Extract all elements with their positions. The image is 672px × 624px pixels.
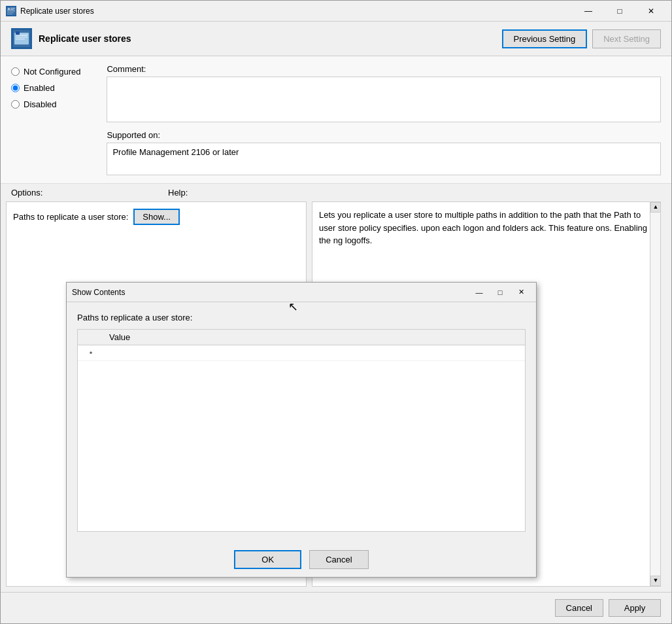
dialog-minimize-button[interactable]: — — [469, 284, 489, 301]
dialog-title: Show Contents — [72, 288, 469, 297]
supported-value: Profile Management 2106 or later — [107, 143, 661, 175]
title-bar: Replicate user stores — □ ✕ — [1, 1, 671, 22]
not-configured-option[interactable]: Not Configured — [11, 67, 80, 77]
dialog-close-button[interactable]: ✕ — [511, 284, 531, 301]
disabled-option[interactable]: Disabled — [11, 99, 80, 109]
scroll-up-arrow[interactable]: ▲ — [650, 202, 661, 213]
dialog-table-head: Value — [78, 330, 525, 345]
enabled-label: Enabled — [24, 83, 55, 93]
options-row: Paths to replicate a user store: Show... — [13, 209, 299, 225]
header-icon — [11, 28, 32, 49]
scroll-track[interactable] — [650, 213, 660, 576]
help-scrollbar[interactable]: ▲ ▼ — [650, 202, 660, 586]
header-row: Replicate user stores Previous Setting N… — [1, 22, 671, 56]
comment-label: Comment: — [107, 64, 661, 74]
row-number: • — [78, 345, 104, 361]
not-configured-radio[interactable] — [11, 67, 20, 76]
dialog-col-value: Value — [104, 330, 525, 345]
not-configured-label: Not Configured — [24, 67, 80, 77]
dialog-footer: OK Cancel — [67, 542, 536, 577]
svg-rect-13 — [16, 39, 25, 40]
minimize-button[interactable]: — — [573, 1, 603, 21]
close-button[interactable]: ✕ — [636, 1, 666, 21]
dialog-title-bar: Show Contents — □ ✕ — [67, 283, 536, 302]
dialog-title-controls: — □ ✕ — [469, 284, 531, 301]
config-section: Not Configured Enabled Disabled Comment:… — [1, 56, 671, 184]
value-input[interactable] — [109, 348, 520, 358]
comment-textarea[interactable] — [107, 77, 661, 122]
dialog-table-header-row: Value — [78, 330, 525, 345]
dialog-table: Value • — [78, 330, 525, 361]
svg-rect-1 — [7, 10, 15, 10]
help-text: Lets you replicate a user store to multi… — [319, 210, 647, 245]
svg-rect-2 — [8, 8, 10, 10]
dialog-ok-button[interactable]: OK — [234, 550, 301, 569]
disabled-label: Disabled — [24, 99, 57, 109]
supported-label: Supported on: — [107, 130, 661, 140]
bottom-buttons: Cancel Apply — [1, 592, 671, 623]
dialog-col-num — [78, 330, 104, 345]
dialog-cancel-button[interactable]: Cancel — [309, 550, 368, 569]
previous-setting-button[interactable]: Previous Setting — [502, 29, 588, 48]
table-row: • — [78, 345, 525, 361]
svg-rect-5 — [7, 11, 15, 12]
enabled-option[interactable]: Enabled — [11, 83, 80, 93]
main-window: Replicate user stores — □ ✕ Replicate us… — [0, 0, 672, 624]
scroll-down-arrow[interactable]: ▼ — [650, 576, 661, 586]
value-cell — [104, 345, 525, 361]
dialog-content: Paths to replicate a user store: Value • — [67, 302, 536, 542]
svg-rect-6 — [7, 12, 14, 13]
enabled-radio[interactable] — [11, 84, 20, 92]
dialog-paths-label: Paths to replicate a user store: — [77, 313, 526, 322]
next-setting-button[interactable]: Next Setting — [592, 29, 661, 48]
help-section-label: Help: — [168, 188, 188, 198]
svg-rect-7 — [7, 14, 12, 14]
radio-group: Not Configured Enabled Disabled — [11, 64, 80, 175]
supported-section: Supported on: Profile Management 2106 or… — [107, 130, 661, 175]
show-button[interactable]: Show... — [133, 209, 180, 225]
options-help-bar: Options: Help: — [1, 184, 671, 201]
dialog-table-container[interactable]: Value • — [77, 329, 526, 532]
title-controls: — □ ✕ — [573, 1, 666, 21]
comment-area: Comment: Supported on: Profile Managemen… — [107, 64, 661, 175]
window-title: Replicate user stores — [20, 7, 573, 16]
svg-rect-12 — [16, 37, 27, 38]
options-section-label: Options: — [11, 188, 168, 198]
paths-label: Paths to replicate a user store: — [13, 212, 128, 222]
show-contents-dialog: Show Contents — □ ✕ Paths to replicate a… — [66, 282, 537, 578]
window-icon — [6, 6, 16, 16]
dialog-maximize-button[interactable]: □ — [490, 284, 510, 301]
cancel-bottom-button[interactable]: Cancel — [555, 599, 603, 617]
svg-rect-11 — [16, 35, 27, 36]
maximize-button[interactable]: □ — [605, 1, 635, 21]
apply-button[interactable]: Apply — [609, 599, 661, 617]
disabled-radio[interactable] — [11, 100, 20, 109]
svg-rect-4 — [10, 9, 14, 10]
svg-rect-3 — [10, 8, 15, 9]
header-buttons: Previous Setting Next Setting — [502, 29, 662, 48]
header-title: Replicate user stores — [39, 33, 502, 44]
dialog-table-body: • — [78, 345, 525, 361]
